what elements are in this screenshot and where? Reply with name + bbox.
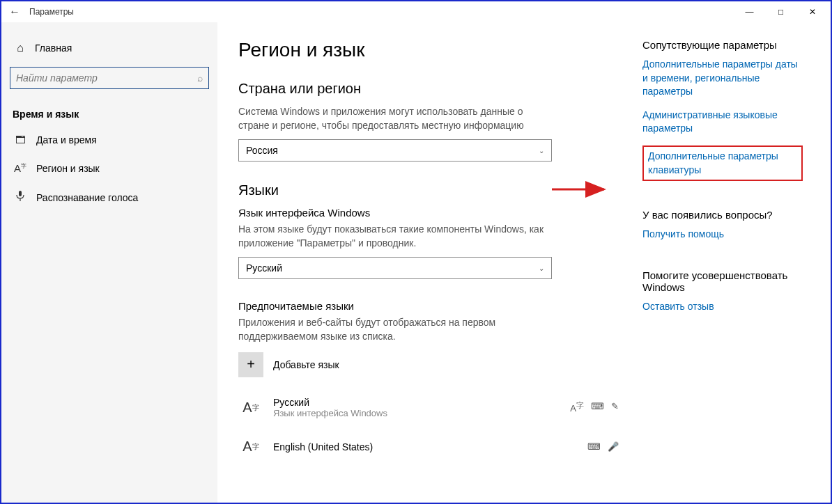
annotation-arrow [552,179,615,200]
link-admin-language[interactable]: Административные языковые параметры [642,109,803,136]
calendar-icon: 🗔 [13,134,28,145]
sidebar-item-speech[interactable]: Распознавание голоса [8,182,210,212]
display-lang-desc: На этом языке будут показываться такие к… [238,223,552,250]
region-desc: Система Windows и приложения могут испол… [238,105,552,132]
minimize-button[interactable]: — [734,2,765,22]
back-button[interactable]: ← [4,6,25,18]
maximize-button[interactable]: □ [765,2,796,22]
keyboard-icon: ⌨ [591,401,604,414]
sidebar-item-datetime[interactable]: 🗔 Дата и время [8,125,210,154]
related-heading: Сопутствующие параметры [642,39,817,51]
language-glyph-icon: A字 [238,434,263,459]
add-language-label: Добавьте язык [273,359,339,370]
search-icon: ⌕ [197,72,203,84]
search-input[interactable] [16,72,197,84]
search-box[interactable]: ⌕ [10,67,209,89]
plus-icon: + [238,352,263,377]
lang-feature-icons: A字 ⌨ ✎ [570,401,619,414]
app-title: Параметры [29,7,74,17]
questions-heading: У вас появились вопросы? [642,209,817,221]
sidebar-category: Время и язык [8,103,210,125]
main-content: Регион и язык Страна или регион Система … [217,22,831,503]
region-select[interactable]: Россия ⌄ [238,139,552,162]
lang-sub: Язык интерфейса Windows [273,408,570,418]
handwriting-icon: ✎ [611,401,619,414]
home-label: Главная [35,42,72,54]
microphone-icon [13,191,28,204]
home-nav[interactable]: ⌂ Главная [8,36,210,60]
svg-rect-0 [19,191,22,196]
sidebar-item-region[interactable]: A字 Регион и язык [8,154,210,182]
display-lang-label: Язык интерфейса Windows [238,207,629,219]
highlighted-link-box: Дополнительные параметры клавиатуры [642,145,803,181]
chevron-down-icon: ⌄ [539,265,544,272]
text-to-speech-icon: A字 [570,401,584,414]
display-lang-select[interactable]: Русский ⌄ [238,257,552,279]
add-language-button[interactable]: + Добавьте язык [238,352,629,377]
keyboard-icon: ⌨ [587,441,601,452]
home-icon: ⌂ [13,42,28,54]
chevron-down-icon: ⌄ [539,147,544,155]
link-feedback[interactable]: Оставить отзыв [642,300,803,314]
link-keyboard-settings[interactable]: Дополнительные параметры клавиатуры [648,150,797,177]
page-title: Регион и язык [238,39,629,61]
preferred-lang-label: Предпочитаемые языки [238,300,629,312]
sidebar: ⌂ Главная ⌕ Время и язык 🗔 Дата и время … [1,22,217,503]
lang-name: Русский [273,397,570,408]
lang-feature-icons: ⌨ 🎤 [587,441,619,452]
titlebar: ← Параметры — □ ✕ [1,1,831,22]
nav-label: Регион и язык [36,163,100,174]
link-datetime-regional[interactable]: Дополнительные параметры даты и времени,… [642,58,803,99]
region-heading: Страна или регион [238,81,629,97]
link-get-help[interactable]: Получить помощь [642,228,803,242]
close-button[interactable]: ✕ [796,2,828,22]
language-item-english[interactable]: A字 English (United States) ⌨ 🎤 [238,427,629,466]
improve-heading: Помогите усовершенствовать Windows [642,269,817,293]
nav-label: Распознавание голоса [36,192,138,203]
speech-icon: 🎤 [608,441,619,452]
language-icon: A字 [13,162,28,174]
preferred-lang-desc: Приложения и веб-сайты будут отображатьс… [238,316,552,343]
language-glyph-icon: A字 [238,395,263,420]
region-value: Россия [246,145,539,156]
lang-name: English (United States) [273,441,587,452]
nav-label: Дата и время [36,134,97,145]
display-lang-value: Русский [246,262,539,274]
language-item-russian[interactable]: A字 Русский Язык интерфейса Windows A字 ⌨ … [238,388,629,427]
